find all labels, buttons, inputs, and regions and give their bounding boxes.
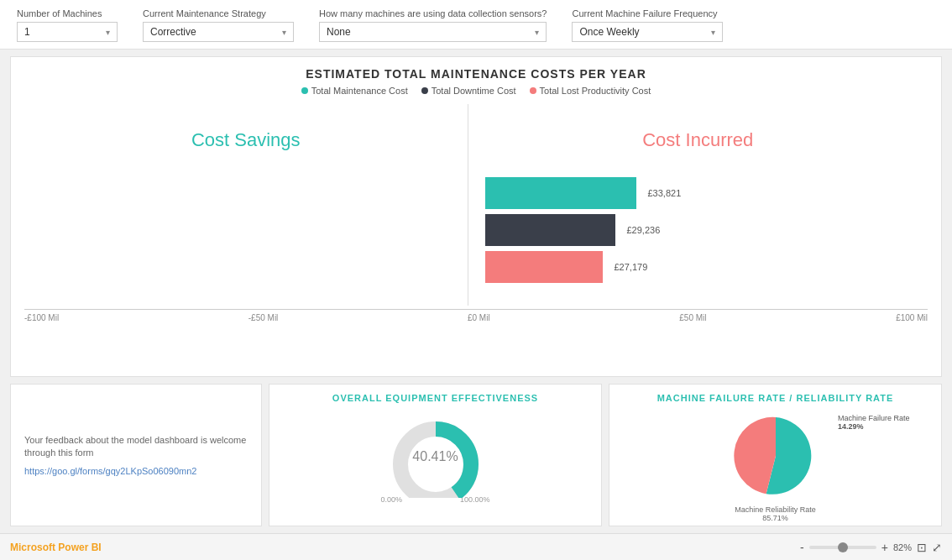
mfr-chart-wrapper: Machine Failure Rate 14.29% — [721, 410, 830, 502]
feedback-text: Your feedback about the model dashboard … — [24, 434, 248, 460]
bottom-section: Your feedback about the model dashboard … — [10, 384, 942, 526]
x-axis-label-1: -£100 Mil — [24, 313, 59, 322]
chart-legend: Total Maintenance Cost Total Downtime Co… — [24, 86, 928, 96]
chevron-down-icon: ▾ — [535, 28, 539, 37]
zoom-plus-button[interactable]: + — [881, 541, 888, 554]
x-axis: -£100 Mil -£50 Mil £0 Mil £50 Mil £100 M… — [24, 309, 928, 322]
zoom-controls: - + 82% ⊡ ⤢ — [800, 541, 942, 554]
bar-row-downtime: £29,236 — [485, 214, 928, 246]
controls-bar: Number of Machines 1 ▾ Current Maintenan… — [0, 0, 952, 50]
fit-page-button[interactable]: ⊡ — [917, 541, 927, 554]
mfr-legend: Machine Failure Rate 14.29% — [838, 414, 910, 431]
sensors-label: How many machines are using data collect… — [319, 8, 547, 18]
cost-savings-section: Cost Savings — [24, 104, 468, 306]
feedback-panel: Your feedback about the model dashboard … — [10, 384, 262, 526]
strategy-select[interactable]: Corrective ▾ — [143, 22, 294, 42]
sensors-select[interactable]: None ▾ — [319, 22, 547, 42]
bar-row-productivity: £27,179 — [485, 251, 928, 283]
mfr-pie-svg — [721, 410, 830, 502]
cost-incurred-label: Cost Incurred — [642, 129, 753, 151]
strategy-label: Current Maintenance Strategy — [143, 8, 294, 18]
zoom-slider[interactable] — [809, 546, 876, 549]
failure-rate-value: 14.29% — [838, 422, 864, 431]
chevron-down-icon: ▾ — [282, 28, 286, 37]
reliability-value: 85.71% — [762, 514, 788, 522]
legend-label-maintenance: Total Maintenance Cost — [311, 86, 408, 96]
machines-select[interactable]: 1 ▾ — [17, 22, 118, 42]
machines-value: 1 — [24, 26, 30, 38]
frequency-label: Current Machine Failure Frequency — [572, 8, 723, 18]
reliability-annotation: Machine Reliability Rate 85.71% — [735, 505, 816, 522]
frequency-select[interactable]: Once Weekly ▾ — [572, 22, 723, 42]
oee-title: OVERALL EQUIPMENT EFFECTIVENESS — [332, 393, 538, 403]
cost-savings-label: Cost Savings — [191, 129, 301, 151]
legend-dot-maintenance — [301, 87, 308, 94]
bar-value-maintenance: £33,821 — [648, 188, 682, 198]
legend-label-productivity: Total Lost Productivity Cost — [540, 86, 651, 96]
chart-title: ESTIMATED TOTAL MAINTENANCE COSTS PER YE… — [24, 67, 928, 81]
oee-value: 40.41% — [412, 449, 458, 464]
oee-donut-chart: 40.41% — [381, 410, 490, 502]
failure-rate-legend: Machine Failure Rate 14.29% — [838, 414, 910, 431]
zoom-thumb — [838, 542, 848, 552]
bar-row-maintenance: £33,821 — [485, 177, 928, 209]
legend-item-downtime: Total Downtime Cost — [421, 86, 516, 96]
mfr-title: MACHINE FAILURE RATE / RELIABILITY RATE — [657, 393, 894, 403]
failure-rate-label: Machine Failure Rate — [838, 414, 910, 422]
mfr-annotations: Machine Reliability Rate 85.71% — [735, 505, 816, 522]
bars-wrapper: £33,821 £29,236 £27,179 — [485, 177, 928, 283]
legend-dot-downtime — [421, 87, 428, 94]
bar-productivity — [485, 251, 603, 283]
legend-dot-productivity — [530, 87, 536, 94]
x-axis-label-2: -£50 Mil — [248, 313, 279, 322]
feedback-link[interactable]: https://goo.gl/forms/gqy2LKpSo06090mn2 — [24, 466, 248, 476]
zoom-value: 82% — [893, 542, 912, 552]
sensors-control: How many machines are using data collect… — [319, 8, 547, 42]
frequency-value: Once Weekly — [579, 26, 639, 38]
strategy-control: Current Maintenance Strategy Corrective … — [143, 8, 294, 42]
zoom-minus-button[interactable]: - — [800, 541, 804, 554]
mfr-panel: MACHINE FAILURE RATE / RELIABILITY RATE … — [609, 384, 942, 526]
legend-label-downtime: Total Downtime Cost — [432, 86, 516, 96]
machines-label: Number of Machines — [17, 8, 118, 18]
x-axis-label-5: £100 Mil — [896, 313, 928, 322]
oee-panel: OVERALL EQUIPMENT EFFECTIVENESS 40.41% 0… — [269, 384, 602, 526]
bar-value-downtime: £29,236 — [627, 225, 661, 235]
fullscreen-button[interactable]: ⤢ — [932, 541, 942, 554]
sensors-value: None — [327, 26, 351, 38]
chevron-down-icon: ▾ — [711, 28, 715, 37]
legend-item-maintenance: Total Maintenance Cost — [301, 86, 408, 96]
x-axis-label-4: £50 Mil — [679, 313, 706, 322]
cost-incurred-section: Cost Incurred £33,821 £29,236 £27,179 — [468, 104, 928, 306]
frequency-control: Current Machine Failure Frequency Once W… — [572, 8, 723, 42]
main-content: ESTIMATED TOTAL MAINTENANCE COSTS PER YE… — [0, 50, 952, 533]
strategy-value: Corrective — [150, 26, 196, 38]
x-axis-label-3: £0 Mil — [468, 313, 490, 322]
bar-chart-area: Cost Savings Cost Incurred £33,821 £29,2… — [24, 104, 928, 306]
reliability-label: Machine Reliability Rate — [735, 505, 816, 514]
bar-value-productivity: £27,179 — [615, 262, 648, 272]
bar-maintenance — [485, 177, 636, 209]
powerbi-link[interactable]: Microsoft Power BI — [10, 542, 102, 553]
bar-downtime — [485, 214, 615, 246]
bottom-bar: Microsoft Power BI - + 82% ⊡ ⤢ — [0, 533, 952, 560]
machines-control: Number of Machines 1 ▾ — [17, 8, 118, 42]
chevron-down-icon: ▾ — [106, 28, 110, 37]
chart-container: ESTIMATED TOTAL MAINTENANCE COSTS PER YE… — [10, 56, 942, 377]
legend-item-productivity: Total Lost Productivity Cost — [530, 86, 651, 96]
